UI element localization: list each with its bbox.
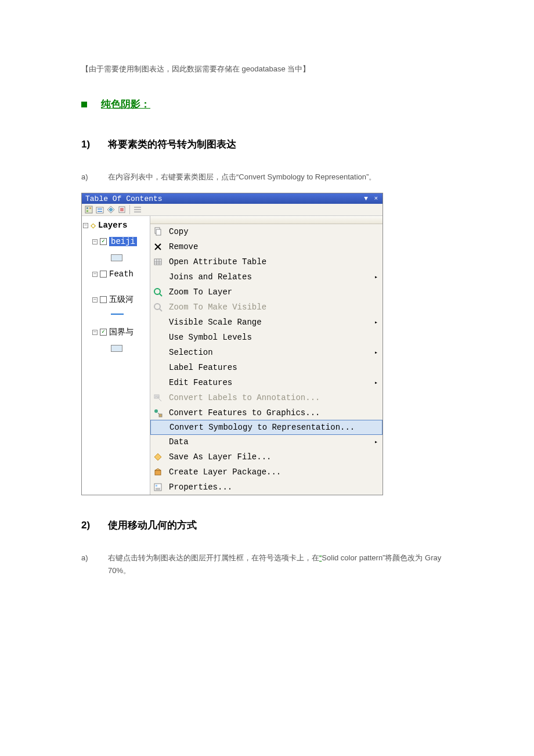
menu-item-label: Label Features	[165, 363, 237, 372]
layer-checkbox[interactable]: ✓	[100, 238, 107, 245]
remove-icon	[150, 242, 165, 251]
menu-item-label: Selection	[165, 348, 213, 357]
convfeat-icon	[150, 408, 165, 417]
layers-root[interactable]: − ◇ Layers	[83, 217, 150, 233]
svg-rect-10	[120, 208, 124, 211]
intro-note: 【由于需要使用制图表达，因此数据需要存储在 geodatabase 当中】	[81, 64, 453, 74]
svg-rect-0	[85, 206, 92, 213]
menu-item-properties[interactable]: Properties...	[150, 480, 383, 495]
svg-rect-32	[155, 470, 161, 475]
menu-item-data[interactable]: Data▸	[150, 434, 383, 449]
window-buttons[interactable]: ▼ ×	[364, 195, 379, 202]
collapse-icon[interactable]: −	[92, 239, 98, 244]
layer-name: beiji	[109, 237, 137, 246]
toolbar-separator	[129, 205, 130, 214]
svg-line-24	[160, 294, 162, 296]
pkg-icon	[150, 467, 165, 477]
layer-checkbox[interactable]	[100, 271, 107, 278]
layer-item-2[interactable]: − 五级河	[83, 291, 150, 308]
step1-number: 1)	[81, 139, 108, 150]
step2-number: 2)	[81, 520, 108, 531]
symbol-swatch[interactable]	[111, 314, 124, 315]
svg-rect-35	[156, 485, 157, 487]
toolbar-icon-3[interactable]	[106, 205, 116, 214]
props-icon	[150, 483, 165, 492]
step1-title: 将要素类的符号转为制图表达	[108, 138, 236, 151]
svg-point-25	[154, 304, 160, 309]
substep-text: 在内容列表中，右键要素类图层，点击“Convert Symbology to R…	[108, 171, 453, 183]
menu-item-label: Copy	[165, 227, 189, 236]
menu-item-label-features[interactable]: Label Features	[150, 360, 383, 375]
menu-item-edit-features[interactable]: Edit Features▸	[150, 375, 383, 390]
copy-icon	[150, 227, 165, 236]
svg-text:Ab: Ab	[155, 395, 160, 399]
menu-item-label: Properties...	[165, 483, 232, 492]
submenu-arrow-icon: ▸	[374, 349, 383, 356]
svg-rect-2	[89, 207, 91, 209]
menu-item-visible-scale-range[interactable]: Visible Scale Range▸	[150, 315, 383, 330]
menu-item-label: Convert Symbology to Representation...	[166, 423, 355, 432]
menu-item-label: Create Layer Package...	[165, 467, 281, 477]
menu-item-label: Zoom To Make Visible	[165, 303, 266, 312]
svg-rect-15	[156, 229, 161, 235]
svg-line-26	[160, 309, 162, 311]
menu-item-label: Save As Layer File...	[165, 452, 271, 462]
layer-checkbox[interactable]: ✓	[100, 329, 107, 336]
menu-item-zoom-to-layer[interactable]: Zoom To Layer	[150, 285, 383, 300]
menu-item-remove[interactable]: Remove	[150, 239, 383, 254]
menu-item-create-layer-package[interactable]: Create Layer Package...	[150, 465, 383, 480]
menu-item-copy[interactable]: Copy	[150, 224, 383, 239]
menu-item-label: Open Attribute Table	[165, 257, 266, 267]
menu-item-convert-symbology-to-representation[interactable]: Convert Symbology to Representation...	[150, 420, 383, 435]
layer-checkbox[interactable]	[100, 296, 107, 303]
menu-item-label: Data	[165, 437, 189, 447]
menu-item-convert-features-to-graphics[interactable]: Convert Features to Graphics...	[150, 405, 383, 420]
svg-marker-33	[155, 469, 161, 470]
svg-point-23	[154, 289, 160, 294]
menu-item-label: Remove	[165, 242, 198, 251]
menu-item-label: Joins and Relates	[165, 272, 252, 282]
convlabel-icon: Ab	[150, 393, 165, 402]
substep-label: a)	[81, 552, 108, 564]
toc-tree: − ◇ Layers − ✓ beiji − Feath	[82, 216, 150, 495]
submenu-arrow-icon: ▸	[374, 273, 383, 280]
toolbar-icon-4[interactable]	[117, 205, 127, 214]
layers-label: Layers	[98, 221, 127, 230]
symbol-swatch[interactable]	[111, 345, 122, 352]
menu-item-save-as-layer-file[interactable]: Save As Layer File...	[150, 449, 383, 465]
menu-item-label: Zoom To Layer	[165, 287, 232, 297]
menu-item-joins-and-relates[interactable]: Joins and Relates▸	[150, 269, 383, 285]
layer-name: 五级河	[109, 294, 134, 305]
collapse-icon[interactable]: −	[83, 223, 88, 228]
svg-rect-12	[134, 209, 141, 210]
svg-marker-31	[154, 453, 161, 460]
menu-item-use-symbol-levels[interactable]: Use Symbol Levels	[150, 330, 383, 345]
svg-rect-11	[134, 207, 141, 208]
submenu-arrow-icon: ▸	[374, 319, 383, 326]
collapse-icon[interactable]: −	[92, 330, 98, 335]
menu-item-open-attribute-table[interactable]: Open Attribute Table	[150, 254, 383, 269]
toolbar-icon-5[interactable]	[133, 205, 142, 214]
menu-item-label: Visible Scale Range	[165, 318, 262, 327]
section-header: 纯色阴影：	[81, 98, 453, 111]
submenu-arrow-icon: ▸	[374, 438, 383, 445]
layer-item-1[interactable]: − Feath	[83, 266, 150, 282]
collapse-icon[interactable]: −	[92, 297, 98, 303]
layer-item-0[interactable]: − ✓ beiji	[83, 233, 150, 250]
layers-icon: ◇	[91, 220, 96, 231]
menu-item-selection[interactable]: Selection▸	[150, 345, 383, 360]
toolbar-icon-1[interactable]	[84, 205, 93, 214]
collapse-icon[interactable]: −	[92, 272, 98, 277]
layer-name: Feath	[109, 269, 134, 279]
svg-rect-13	[134, 211, 141, 213]
menu-item-label: Edit Features	[165, 378, 232, 387]
bullet-square-icon	[81, 102, 87, 107]
step2-title: 使用移动几何的方式	[108, 519, 197, 532]
layer-item-3[interactable]: − ✓ 国界与	[83, 324, 150, 340]
toolbar-icon-2[interactable]	[95, 205, 104, 214]
layer-name: 国界与	[109, 327, 134, 337]
svg-rect-3	[86, 210, 88, 212]
svg-rect-18	[154, 259, 161, 265]
symbol-swatch[interactable]	[111, 254, 122, 261]
diamond-icon	[150, 452, 165, 462]
